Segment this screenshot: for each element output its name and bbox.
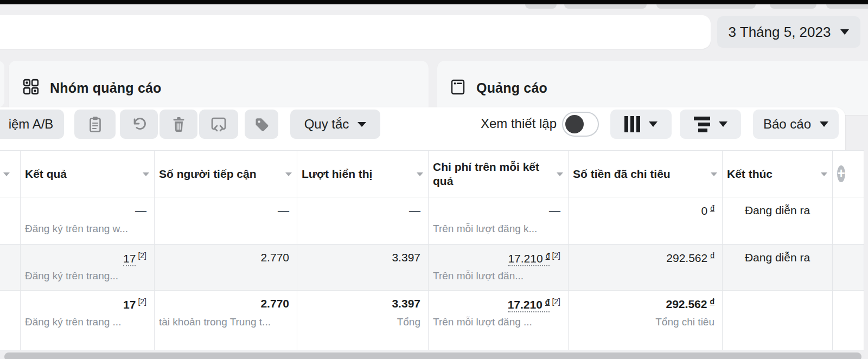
cell-amount-spent: 292.562đ Tổng chi tiêu bbox=[569, 291, 723, 350]
breakdown-button[interactable] bbox=[680, 110, 741, 139]
column-caret-icon[interactable] bbox=[3, 172, 10, 176]
column-caret-icon[interactable] bbox=[711, 172, 717, 176]
cost-total[interactable]: 17.210đ[2] bbox=[508, 297, 560, 311]
impressions-subtext: Tổng bbox=[397, 316, 420, 328]
tag-button[interactable] bbox=[245, 110, 278, 139]
chevron-down-icon bbox=[820, 121, 828, 127]
view-setup-toggle[interactable] bbox=[562, 112, 599, 137]
dong-symbol: đ bbox=[546, 252, 550, 260]
cell-extra bbox=[833, 245, 864, 291]
columns-button[interactable] bbox=[610, 110, 672, 139]
results-total: 17[2] bbox=[123, 297, 146, 311]
report-label: Báo cáo bbox=[763, 117, 811, 132]
results-value[interactable]: 17[2] bbox=[123, 251, 146, 265]
date-range-button[interactable]: 3 Tháng 5, 2023 bbox=[717, 16, 860, 48]
header-cell-results[interactable]: Kết quả bbox=[21, 151, 155, 197]
undo-button[interactable] bbox=[120, 110, 158, 139]
cost-subtext: Trên mỗi lượt đăng k... bbox=[433, 223, 537, 235]
toggle-knob bbox=[565, 115, 584, 133]
cell-amount-spent: 292.562đ bbox=[569, 245, 723, 291]
cell-impressions: 3.397 bbox=[297, 245, 429, 291]
ab-test-button[interactable]: iệm A/B bbox=[0, 110, 64, 139]
ends-value: Đang diễn ra bbox=[723, 204, 832, 217]
topbar bbox=[0, 0, 868, 4]
reference-marker: [2] bbox=[552, 297, 560, 306]
tab-adsets-label: Nhóm quảng cáo bbox=[50, 80, 162, 96]
reference-marker: [2] bbox=[138, 297, 146, 306]
header-cell-amount-spent[interactable]: Số tiền đã chi tiêu bbox=[569, 151, 723, 197]
view-setup-label: Xem thiết lập bbox=[461, 116, 557, 131]
cell-results: 17[2] Đăng ký trên trang... bbox=[21, 245, 155, 291]
ad-icon bbox=[450, 79, 465, 98]
header-cell-clipped[interactable] bbox=[0, 151, 21, 197]
duplicate-button[interactable] bbox=[74, 110, 116, 139]
results-subtext: Đăng ký trên trang ... bbox=[25, 316, 121, 328]
cell-impressions: — bbox=[297, 197, 429, 245]
cell-ends: Đang diễn ra bbox=[723, 245, 833, 291]
rules-button[interactable]: Quy tắc bbox=[290, 110, 380, 139]
impressions-total: 3.397 bbox=[392, 297, 420, 310]
breakdown-icon bbox=[694, 117, 710, 132]
spent-total: 292.562đ bbox=[666, 297, 714, 311]
cost-value: — bbox=[549, 204, 560, 217]
column-caret-icon[interactable] bbox=[821, 172, 827, 176]
table-row-selected[interactable]: 17[2] Đăng ký trên trang... 2.770 3.397 … bbox=[0, 245, 864, 291]
reach-value: 2.770 bbox=[260, 251, 289, 264]
cell-cost-per-result: — Trên mỗi lượt đăng k... bbox=[429, 197, 569, 245]
dong-symbol: đ bbox=[710, 251, 714, 260]
column-caret-icon[interactable] bbox=[557, 172, 563, 176]
search-filter-bar[interactable] bbox=[0, 15, 711, 49]
dong-symbol: đ bbox=[710, 297, 714, 306]
header-cell-impressions[interactable]: Lượt hiển thị bbox=[297, 151, 429, 197]
columns-icon bbox=[624, 116, 640, 132]
spent-value: 0đ bbox=[701, 204, 714, 217]
dong-symbol: đ bbox=[710, 204, 714, 213]
tab-adsets[interactable]: Nhóm quảng cáo bbox=[9, 61, 429, 115]
header-label: Số người tiếp cận bbox=[159, 167, 256, 181]
ends-value: Đang diễn ra bbox=[723, 251, 832, 264]
reference-marker: [2] bbox=[552, 251, 560, 260]
clipboard-icon bbox=[88, 116, 103, 133]
header-cell-ends[interactable]: Kết thúc bbox=[723, 151, 833, 197]
table-row[interactable]: — Đăng ký trên trang w... — — — Trên mỗi… bbox=[0, 197, 864, 245]
reference-marker: [2] bbox=[138, 251, 146, 260]
results-subtext: Đăng ký trên trang... bbox=[25, 270, 118, 282]
cell-ends bbox=[723, 291, 833, 350]
tab-ads[interactable]: Quảng cáo bbox=[437, 61, 868, 115]
cell-results: — Đăng ký trên trang w... bbox=[21, 197, 155, 245]
column-caret-icon[interactable] bbox=[285, 172, 292, 176]
header-label: Kết quả bbox=[25, 167, 67, 181]
header-label: Lượt hiển thị bbox=[302, 167, 372, 181]
add-column-button[interactable]: + bbox=[833, 151, 864, 197]
table-header-row: Kết quả Số người tiếp cận Lượt hiển thị … bbox=[0, 151, 864, 197]
tab-campaigns-clipped bbox=[0, 61, 4, 107]
cell-extra bbox=[833, 197, 864, 245]
column-caret-icon[interactable] bbox=[143, 172, 149, 176]
ab-test-label: iệm A/B bbox=[9, 117, 54, 132]
arrows-box-icon bbox=[210, 117, 227, 132]
cell-results: 17[2] Đăng ký trên trang ... bbox=[21, 291, 155, 350]
cell-reach: 2.770 bbox=[155, 245, 297, 291]
rules-label: Quy tắc bbox=[304, 117, 349, 132]
cell-reach: — bbox=[155, 197, 297, 245]
cell-cost-per-result: 17.210đ[2] Trên mỗi lượt đăng ... bbox=[429, 291, 569, 350]
trash-icon bbox=[172, 117, 186, 132]
arrows-box-button[interactable] bbox=[199, 110, 238, 139]
chevron-down-icon bbox=[649, 121, 658, 127]
impressions-value: 3.397 bbox=[392, 251, 420, 264]
report-button[interactable]: Báo cáo bbox=[753, 110, 839, 139]
date-range-label: 3 Tháng 5, 2023 bbox=[729, 24, 831, 41]
header-cell-reach[interactable]: Số người tiếp cận bbox=[155, 151, 297, 197]
delete-button[interactable] bbox=[159, 110, 197, 139]
cell-amount-spent: 0đ bbox=[569, 197, 723, 245]
column-caret-icon[interactable] bbox=[417, 172, 423, 176]
horizontal-scrollbar-thumb[interactable] bbox=[4, 352, 861, 359]
cell-impressions: 3.397 Tổng bbox=[297, 291, 429, 350]
cost-value[interactable]: 17.210đ[2] bbox=[508, 251, 560, 265]
header-label: Kết thúc bbox=[727, 167, 773, 181]
totals-row: 17[2] Đăng ký trên trang ... 2.770 tài k… bbox=[0, 291, 864, 350]
cost-subtext: Trên mỗi lượt đăng ... bbox=[433, 316, 532, 328]
cell-ends: Đang diễn ra bbox=[723, 197, 833, 245]
header-cell-cost-per-result[interactable]: Chi phí trên mỗi kết quả bbox=[429, 151, 569, 197]
chevron-down-icon bbox=[840, 29, 849, 35]
